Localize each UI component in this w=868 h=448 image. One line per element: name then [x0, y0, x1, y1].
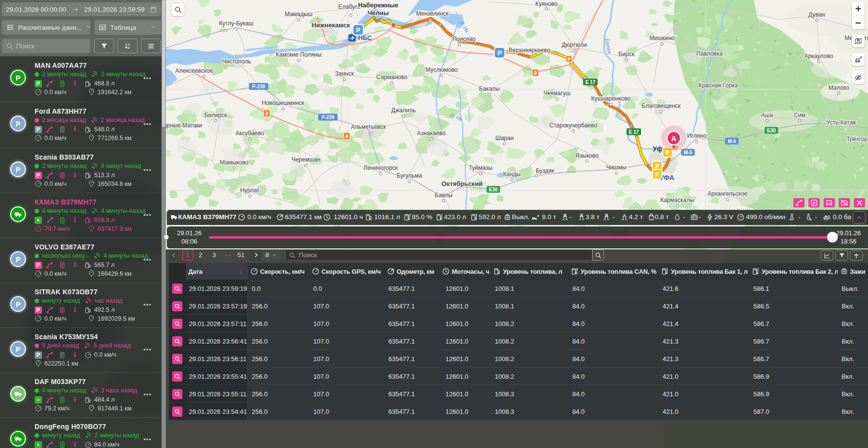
svg-text:P: P: [655, 171, 659, 178]
svg-text:Бавлы: Бавлы: [435, 192, 452, 199]
svg-text:Мамадыш: Мамадыш: [285, 11, 313, 18]
svg-text:Камские Поляны: Камские Поляны: [276, 51, 322, 58]
svg-text:2: 2: [581, 214, 583, 216]
svg-text:Новошешминск: Новошешминск: [262, 100, 304, 106]
svg-text:1: 1: [666, 267, 668, 270]
svg-text:₽: ₽: [534, 70, 537, 76]
svg-text:Z: Z: [128, 46, 130, 49]
svg-text:Елабуга: Елабуга: [338, 3, 360, 10]
svg-text:Черемшан: Черемшан: [291, 156, 320, 163]
svg-text:Шаран: Шаран: [495, 135, 514, 142]
svg-text:A: A: [671, 134, 677, 143]
svg-text:₽: ₽: [265, 111, 268, 116]
svg-text:2: 2: [476, 213, 477, 216]
svg-text:Нижнекамск: Нижнекамск: [312, 21, 350, 29]
svg-text:Усть-Катав: Усть-Катав: [827, 119, 856, 126]
svg-text:Е 17: Е 17: [629, 129, 639, 135]
svg-text:Кушнаренково: Кушнаренково: [591, 95, 631, 102]
svg-text:P: P: [813, 201, 816, 205]
svg-text:2: 2: [757, 267, 759, 270]
svg-text:P: P: [655, 163, 659, 170]
svg-text:Бирск: Бирск: [619, 51, 635, 58]
svg-text:Октябрьский: Октябрьский: [442, 180, 483, 187]
svg-text:Иглино: Иглино: [687, 132, 707, 139]
svg-text:Р-239: Р-239: [252, 84, 265, 89]
svg-text:Мишкино: Мишкино: [649, 35, 675, 41]
svg-text:М-5: М-5: [684, 150, 692, 155]
svg-text:₽: ₽: [345, 134, 348, 139]
svg-text:Е30: Е30: [489, 187, 498, 192]
svg-text:Аша: Аша: [761, 112, 773, 119]
svg-text:Благовещенск: Благовещенск: [642, 102, 681, 109]
svg-text:1: 1: [565, 214, 566, 216]
svg-text:Сим: Сим: [794, 112, 806, 119]
svg-text:Лениногорск: Лениногорск: [363, 164, 398, 171]
svg-text:Кутлу-Букаш: Кутлу-Букаш: [219, 20, 254, 27]
svg-text:Красная Горка: Красная Горка: [699, 82, 738, 89]
svg-text:Поисево: Поисево: [452, 36, 476, 42]
svg-text:Бугульма: Бугульма: [397, 172, 422, 179]
svg-text:A: A: [128, 43, 130, 46]
svg-text:Дуван: Дуван: [808, 11, 825, 18]
svg-text:Альметьевск: Альметьевск: [351, 123, 386, 130]
svg-text:Туймазы: Туймазы: [469, 164, 492, 171]
svg-text:Чекмагуш: Чекмагуш: [544, 90, 571, 97]
svg-text:Джалиль: Джалиль: [391, 107, 416, 114]
svg-text:Заинск: Заинск: [335, 70, 354, 77]
svg-text:Бакалы: Бакалы: [479, 85, 500, 92]
svg-text:Чишмы: Чишмы: [606, 164, 626, 171]
svg-text:Нурлат: Нурлат: [240, 187, 260, 194]
svg-text:Аркаулово: Аркаулово: [804, 53, 833, 60]
svg-text:P: P: [498, 49, 502, 57]
svg-text:Архангельское: Архангельское: [707, 190, 747, 197]
svg-text:Челны: Челны: [367, 9, 389, 17]
svg-text:Верхнеяркеево: Верхнеяркеево: [508, 47, 550, 54]
svg-text:зарные Матаки: зарные Матаки: [161, 122, 202, 129]
svg-text:3: 3: [606, 214, 607, 216]
svg-text:Набережные: Набережные: [358, 1, 398, 9]
svg-text:Малояз: Малояз: [828, 84, 849, 91]
svg-text:Сарманово: Сарманово: [376, 74, 407, 81]
svg-text:Е30: Е30: [767, 128, 776, 133]
svg-text:Чистополь: Чистополь: [222, 58, 251, 65]
svg-text:Старокучербаево: Старокучербаево: [549, 122, 597, 129]
svg-text:Трёхгорн: Трёхгорн: [847, 136, 868, 143]
svg-text:1: 1: [441, 213, 443, 216]
svg-text:Кармаскалы: Кармаскалы: [660, 197, 694, 204]
svg-text:P: P: [666, 149, 669, 156]
svg-text:Языково: Языково: [575, 152, 599, 159]
svg-text:Муслюмово: Муслюмово: [425, 66, 458, 73]
svg-text:Алексеевское: Алексеевское: [175, 67, 213, 74]
svg-text:P: P: [356, 26, 361, 34]
svg-text:М-5: М-5: [727, 139, 736, 144]
svg-text:Павловка: Павловка: [696, 50, 723, 57]
svg-text:Канды: Канды: [503, 171, 521, 178]
svg-text:Аксубаево: Аксубаево: [236, 130, 264, 137]
svg-text:₽: ₽: [567, 57, 570, 61]
svg-text:Билярск: Билярск: [204, 112, 227, 119]
svg-text:Буздяк: Буздяк: [536, 167, 554, 174]
svg-text:Азнакаево: Азнакаево: [417, 130, 446, 137]
svg-text:Мамыково: Мамыково: [220, 159, 249, 166]
svg-text:Р-239: Р-239: [322, 115, 335, 120]
svg-text:Куяново: Куяново: [535, 0, 558, 7]
svg-text:Дюртюли: Дюртюли: [562, 41, 586, 48]
svg-text:Мензелинск: Мензелинск: [416, 10, 449, 17]
svg-text:Е 17: Е 17: [585, 80, 596, 85]
